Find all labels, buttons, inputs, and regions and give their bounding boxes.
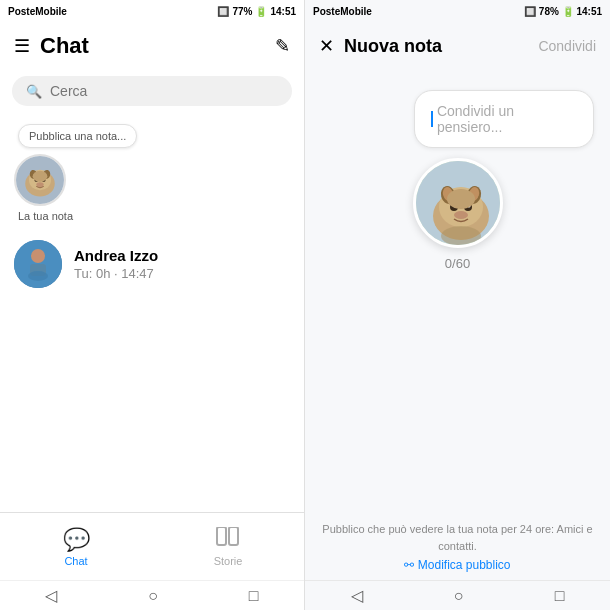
nav-storie[interactable]: Storie [152,519,304,575]
search-icon: 🔍 [26,84,42,99]
right-status-carrier: PosteMobile [313,6,372,17]
right-header-left: ✕ Nuova nota [319,35,442,57]
condividi-button[interactable]: Condividi [538,38,596,54]
recent-btn[interactable]: □ [249,587,259,605]
svg-point-28 [441,226,481,246]
search-bar[interactable]: 🔍 [12,76,292,106]
chat-info: Andrea Izzo Tu: 0h · 14:47 [74,247,290,281]
note-avatar-container: 0/60 [413,158,503,271]
pubblica-nota-bubble[interactable]: Pubblica una nota... [18,124,137,148]
chat-last-msg: Tu: 0h · 14:47 [74,266,290,281]
nuova-nota-title: Nuova nota [344,36,442,57]
chat-nav-label: Chat [64,555,87,567]
svg-point-10 [31,249,45,263]
left-panel: PosteMobile 🔲 77% 🔋 14:51 ☰ Chat ✎ 🔍 Pub… [0,0,305,610]
menu-icon[interactable]: ☰ [14,35,30,57]
svg-point-12 [28,271,48,281]
storie-nav-label: Storie [214,555,243,567]
edit-icon[interactable]: ✎ [275,35,290,57]
storie-nav-icon [216,527,240,553]
right-home-btn[interactable]: ○ [454,587,464,605]
svg-point-26 [454,211,468,219]
svg-point-7 [36,182,43,187]
svg-rect-13 [217,527,226,545]
left-status-bar: PosteMobile 🔲 77% 🔋 14:51 [0,0,304,22]
search-input[interactable] [50,83,278,99]
home-btn[interactable]: ○ [148,587,158,605]
right-system-nav: ◁ ○ □ [305,580,610,610]
privacy-text: Pubblico che può vedere la tua nota per … [321,521,594,554]
note-content: Condividi un pensiero... [305,70,610,511]
right-back-btn[interactable]: ◁ [351,586,363,605]
la-tua-nota-label: La tua nota [18,210,73,222]
note-dog-avatar[interactable] [413,158,503,248]
my-avatar[interactable] [14,154,66,206]
chat-name: Andrea Izzo [74,247,290,264]
back-btn[interactable]: ◁ [45,586,57,605]
thought-text: Condividi un pensiero... [431,103,577,135]
privacy-footer: Pubblico che può vedere la tua nota per … [305,511,610,580]
thought-bubble[interactable]: Condividi un pensiero... [414,90,594,148]
nav-chat[interactable]: 💬 Chat [0,519,152,575]
svg-point-27 [447,189,475,209]
right-recent-btn[interactable]: □ [555,587,565,605]
andrea-avatar [14,240,62,288]
right-status-right: 🔲 78% 🔋 14:51 [524,6,602,17]
nota-section: Pubblica una nota... La tua nota [0,120,304,230]
right-status-bar: PosteMobile 🔲 78% 🔋 14:51 [305,0,610,22]
close-button[interactable]: ✕ [319,35,334,57]
chat-header: ☰ Chat ✎ [0,22,304,70]
modify-public-link[interactable]: ⚯ Modifica pubblico [321,558,594,572]
left-status-carrier: PosteMobile [8,6,67,17]
right-header: ✕ Nuova nota Condividi [305,22,610,70]
chat-list: Pubblica una nota... La tua nota [0,112,304,512]
chat-nav-icon: 💬 [63,527,90,553]
svg-point-8 [33,171,48,182]
bottom-nav: 💬 Chat Storie [0,512,304,580]
text-cursor [431,111,433,127]
left-system-nav: ◁ ○ □ [0,580,304,610]
left-status-right: 🔲 77% 🔋 14:51 [217,6,296,17]
right-panel: PosteMobile 🔲 78% 🔋 14:51 ✕ Nuova nota C… [305,0,610,610]
svg-rect-14 [229,527,238,545]
header-left: ☰ Chat [14,33,89,59]
char-counter: 0/60 [445,256,470,271]
chat-title: Chat [40,33,89,59]
chat-item[interactable]: Andrea Izzo Tu: 0h · 14:47 [0,230,304,298]
